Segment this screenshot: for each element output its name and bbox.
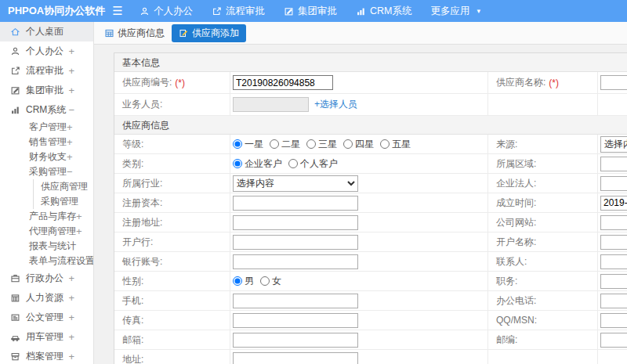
input-bank-branch[interactable]	[233, 235, 358, 250]
sidebar-item-finance[interactable]: 财务收支+	[0, 150, 93, 164]
input-supplier-code[interactable]	[233, 75, 333, 90]
tab-supplier-add[interactable]: 供应商添加	[172, 24, 246, 42]
select-source[interactable]: 选择内容	[600, 136, 627, 153]
sidebar-item-archive-mgmt[interactable]: 档案管理+	[0, 347, 93, 364]
sidebar-item-product-inventory[interactable]: 产品与库存+	[0, 209, 93, 224]
sidebar-item-label: 表单与流程设置	[29, 254, 94, 268]
form-field-cell	[230, 350, 488, 364]
expand-plus-icon[interactable]: +	[68, 85, 74, 96]
collapse-minus-icon[interactable]: −	[67, 166, 73, 178]
input-region[interactable]	[600, 157, 627, 171]
radio-option-level-4[interactable]: 五星	[380, 138, 411, 151]
sidebar-item-vehicle-mgmt[interactable]: 用车管理+	[0, 327, 93, 347]
radio-option-level-3[interactable]: 四星	[343, 138, 374, 151]
expand-plus-icon[interactable]: +	[68, 272, 74, 284]
radio-gender-0[interactable]	[233, 276, 242, 286]
expand-plus-icon[interactable]: +	[76, 211, 82, 222]
radio-option-category-0[interactable]: 企业客户	[233, 157, 282, 171]
expand-plus-icon[interactable]: +	[68, 331, 74, 343]
input-website[interactable]	[600, 215, 627, 230]
sidebar: 个人桌面个人办公+流程审批+集团审批+CRM系统−客户管理+销售管理+财务收支+…	[0, 22, 94, 364]
expand-plus-icon[interactable]: +	[68, 65, 74, 77]
expand-plus-icon[interactable]: +	[68, 292, 74, 304]
form-label-cell: QQ/MSN:	[488, 311, 598, 330]
radio-level-4[interactable]	[380, 139, 390, 149]
radio-level-2[interactable]	[306, 139, 316, 149]
input-email[interactable]	[233, 333, 358, 348]
input-contact-person[interactable]	[600, 254, 627, 269]
sidebar-item-personal-desktop[interactable]: 个人桌面	[0, 22, 93, 41]
nav-item-workflow-approval[interactable]: 流程审批	[212, 5, 265, 18]
input-account-name[interactable]	[600, 235, 627, 250]
radio-option-level-2[interactable]: 三星	[306, 138, 337, 151]
input-bank-account[interactable]	[233, 254, 358, 269]
input-founded-date[interactable]	[600, 196, 627, 211]
sidebar-item-customer-mgmt[interactable]: 客户管理+	[0, 120, 93, 135]
menu-toggle-icon[interactable]: ☰	[107, 4, 129, 18]
form-label-cell: 企业法人:	[488, 174, 598, 193]
input-registered-address[interactable]	[233, 215, 358, 230]
radio-level-3[interactable]	[343, 139, 353, 149]
input-legal-person[interactable]	[600, 176, 627, 191]
input-supplier-name[interactable]	[600, 75, 627, 90]
sidebar-item-hr[interactable]: 人力资源+	[0, 288, 93, 308]
form-row: 等级:一星二星三星四星五星来源:选择内容	[114, 135, 627, 154]
expand-plus-icon[interactable]: +	[68, 45, 74, 57]
input-address[interactable]	[233, 352, 358, 364]
nav-item-crm-system[interactable]: CRM系统	[356, 5, 411, 18]
input-mobile[interactable]	[233, 294, 358, 308]
select-person-link[interactable]: +选择人员	[314, 98, 357, 111]
form-label-cell: 办公电话:	[488, 291, 598, 310]
radio-option-level-1[interactable]: 二星	[270, 138, 300, 151]
field-label-account-name: 开户名称:	[496, 236, 536, 249]
expand-plus-icon[interactable]: +	[76, 225, 82, 237]
input-qq-msn[interactable]	[600, 313, 627, 328]
radio-level-1[interactable]	[270, 139, 279, 149]
sidebar-item-admin-office[interactable]: 行政办公+	[0, 268, 93, 288]
input-fax[interactable]	[233, 313, 358, 328]
sidebar-item-personal-office[interactable]: 个人办公+	[0, 41, 93, 61]
sidebar-item-label: 行政办公	[26, 272, 68, 285]
sidebar-item-group-approval[interactable]: 集团审批+	[0, 81, 93, 100]
tab-supplier-info[interactable]: 供应商信息	[104, 27, 165, 40]
input-office-phone[interactable]	[600, 294, 627, 308]
radio-option-category-1[interactable]: 个人客户	[288, 157, 338, 171]
sidebar-item-workflow-approval[interactable]: 流程审批+	[0, 61, 93, 81]
expand-plus-icon[interactable]: +	[67, 151, 73, 163]
sidebar-item-purchase-mgmt[interactable]: 采购管理−	[0, 164, 93, 179]
radio-category-0[interactable]	[233, 159, 242, 168]
sidebar-item-purchase-mgmt-sub[interactable]: 采购管理	[33, 194, 93, 209]
radio-option-gender-1[interactable]: 女	[260, 275, 281, 288]
input-registered-capital[interactable]	[233, 196, 358, 211]
sidebar-item-supplier-mgmt[interactable]: 供应商管理	[33, 179, 93, 194]
expand-plus-icon[interactable]: +	[68, 312, 74, 323]
radio-category-1[interactable]	[288, 159, 298, 168]
field-label-website: 公司网站:	[496, 216, 536, 229]
sidebar-item-form-flow-settings[interactable]: 表单与流程设置+	[0, 254, 93, 268]
select-industry[interactable]: 选择内容	[233, 175, 358, 192]
radio-level-0[interactable]	[233, 139, 242, 149]
input-business-staff[interactable]	[233, 97, 309, 112]
radio-gender-1[interactable]	[260, 276, 270, 286]
supplier-form: 基本信息供应商编号:(*)供应商名称:(*)业务人员:+选择人员供应商信息等级:…	[114, 52, 627, 364]
input-position[interactable]	[600, 274, 627, 289]
addform-icon	[179, 28, 189, 38]
input-zip-code[interactable]	[600, 333, 627, 348]
nav-item-personal-office[interactable]: 个人办公	[140, 5, 193, 18]
expand-plus-icon[interactable]: +	[68, 351, 74, 362]
sidebar-item-crm-system[interactable]: CRM系统−	[0, 100, 93, 120]
sidebar-item-agent-mgmt[interactable]: 代理商管理+	[0, 224, 93, 239]
field-label-category: 类别:	[122, 157, 143, 171]
radio-option-gender-0[interactable]: 男	[233, 275, 254, 288]
radio-option-level-0[interactable]: 一星	[233, 138, 263, 151]
nav-item-more-apps[interactable]: 更多应用▾	[430, 5, 480, 18]
expand-plus-icon[interactable]: +	[67, 121, 73, 133]
collapse-minus-icon[interactable]: −	[68, 104, 74, 116]
sidebar-item-sales-mgmt[interactable]: 销售管理+	[0, 135, 93, 150]
sidebar-item-label: 人力资源	[26, 291, 68, 305]
nav-item-group-approval[interactable]: 集团审批	[284, 5, 337, 18]
form-field-cell	[598, 94, 627, 115]
expand-plus-icon[interactable]: +	[67, 136, 73, 148]
sidebar-item-reports-stats[interactable]: 报表与统计	[0, 239, 93, 254]
sidebar-item-official-docs[interactable]: 公文管理+	[0, 308, 93, 327]
